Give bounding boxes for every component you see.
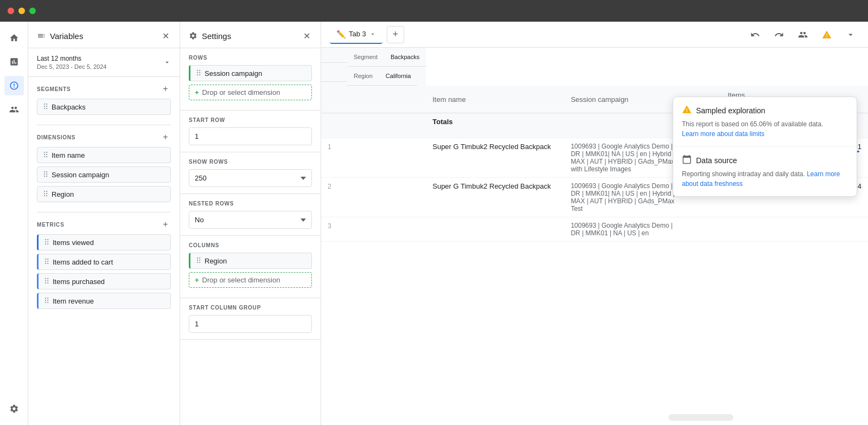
table-row: 3 1009693 | Google Analytics Demo | DR |… [321,217,868,242]
rows-drop-zone[interactable]: + Drop or select dimension [189,85,312,100]
tab-actions [746,26,859,43]
nested-rows-select[interactable]: No Yes [189,211,312,229]
main-content: ✏️ Tab 3 + [321,22,868,425]
close-button[interactable] [8,8,14,14]
row-num: 3 [321,217,426,242]
left-nav [0,22,28,425]
add-dimension-button[interactable]: + [160,132,171,143]
metric-name: Item revenue [53,297,94,305]
drag-handle-icon: ⠿ [44,257,49,266]
drag-handle-icon: ⠿ [44,277,49,286]
item-name-cell [426,217,564,242]
drag-handle-icon: ⠿ [44,238,49,247]
start-row-input[interactable] [189,127,312,145]
segments-section: SEGMENTS + ⠿ Backpacks [28,77,180,125]
totals-label-cell: Totals [426,113,692,138]
more-button[interactable] [842,26,859,43]
filter-empty-2 [334,51,347,63]
dimension-item-name-chip[interactable]: ⠿ Item name [37,147,171,163]
maximize-button[interactable] [29,8,36,14]
item-name-cell: Super G Timbuk2 Recycled Backpack [426,178,564,217]
start-row-label: START ROW [189,117,312,123]
segment-name: Backpacks [52,103,86,111]
filter-empty-1 [321,51,334,63]
tab-dropdown-icon [369,31,376,37]
metrics-section: METRICS + ⠿ Items viewed ⠿ Items added t… [28,212,180,319]
settings-panel: Settings ✕ ROWS ⠿ Session campaign + Dro… [180,22,321,425]
metric-name: Items added to cart [53,258,113,266]
segments-label: SEGMENTS [37,86,71,92]
plus-icon: + [195,88,199,96]
tab-bar: ✏️ Tab 3 + [321,22,868,48]
undo-button[interactable] [746,26,764,43]
date-range-label: Last 12 months [37,55,106,62]
row-num: 2 [321,178,426,217]
settings-title-text: Settings [202,31,231,41]
columns-dimension-name: Region [205,257,227,265]
rows-dropzone-text: Drop or select dimension [202,88,280,96]
row-number-text: 1 [328,143,331,151]
dimensions-label: DIMENSIONS [37,134,75,140]
chevron-down-icon [163,59,171,66]
metrics-header: METRICS + [37,219,171,230]
columns-drop-zone[interactable]: + Drop or select dimension [189,272,312,288]
nav-audience-icon[interactable] [4,100,24,119]
horizontal-scrollbar[interactable] [668,414,733,421]
rows-dimension-name: Session campaign [205,69,262,78]
popup-text-content: This report is based on 65.06% of availa… [682,120,823,128]
tab-3[interactable]: ✏️ Tab 3 [330,25,382,44]
filter-empty-4 [334,70,347,82]
share-button[interactable] [794,26,812,43]
dimension-name: Session campaign [52,171,109,179]
app-container: Variables ✕ Last 12 months Dec 5, 2023 -… [0,22,868,425]
row-number-text: 3 [328,222,331,230]
metric-items-added-chip[interactable]: ⠿ Items added to cart [37,254,171,270]
settings-panel-title: Settings [189,31,231,41]
columns-region-chip[interactable]: ⠿ Region [189,253,312,269]
date-range-selector[interactable]: Last 12 months Dec 5, 2023 - Dec 5, 2024 [28,48,180,77]
col4-cell [751,217,786,242]
filter-segment-value-cell: Backpacks [384,48,426,67]
dimension-session-campaign-chip[interactable]: ⠿ Session campaign [37,166,171,183]
settings-close-button[interactable]: ✕ [301,30,312,41]
add-tab-button[interactable]: + [387,26,404,43]
add-metric-button[interactable]: + [160,219,171,230]
region-filter-value: California [386,73,411,79]
tab-edit-icon: ✏️ [336,30,346,38]
col-item-name: Item name [426,86,564,113]
filter-region-cell: Region [347,67,379,86]
nav-explore-icon[interactable] [4,76,24,95]
show-rows-select[interactable]: 250 50 100 500 [189,169,312,187]
segments-header: SEGMENTS + [37,83,171,94]
dimension-region-chip[interactable]: ⠿ Region [37,186,171,202]
variables-close-button[interactable]: ✕ [160,30,171,41]
metric-items-viewed-chip[interactable]: ⠿ Items viewed [37,234,171,250]
nav-home-icon[interactable] [4,28,24,48]
table-container[interactable]: Segment Backpacks Region Califor [321,48,868,425]
filter-row-2: Region California [321,67,426,86]
minimize-button[interactable] [18,8,25,14]
drag-handle-icon: ⠿ [43,151,48,159]
tab-label: Tab 3 [349,30,366,38]
metric-items-purchased-chip[interactable]: ⠿ Items purchased [37,273,171,289]
totals-empty-1 [321,113,426,138]
plus-icon: + [195,276,199,284]
variables-panel-title: Variables [37,31,83,41]
drag-handle-icon: ⠿ [43,102,48,111]
nav-chart-icon[interactable] [4,52,24,72]
segment-backpacks-chip[interactable]: ⠿ Backpacks [37,99,171,115]
warning-button[interactable] [818,26,835,43]
redo-button[interactable] [770,26,788,43]
drag-handle-icon: ⠿ [196,256,201,265]
rows-session-campaign-chip[interactable]: ⠿ Session campaign [189,65,312,81]
popup-sampled-link[interactable]: Learn more about data limits [682,130,764,138]
start-column-group-input[interactable] [189,315,312,333]
dimension-name: Region [52,190,74,198]
metric-item-revenue-chip[interactable]: ⠿ Item revenue [37,293,171,309]
drag-handle-icon: ⠿ [43,170,48,179]
add-segment-button[interactable]: + [160,83,171,94]
nav-settings-icon[interactable] [4,399,24,418]
metric-name: Items purchased [53,278,105,286]
segment-filter-value: Backpacks [391,54,419,60]
columns-dropzone-text: Drop or select dimension [202,276,280,284]
